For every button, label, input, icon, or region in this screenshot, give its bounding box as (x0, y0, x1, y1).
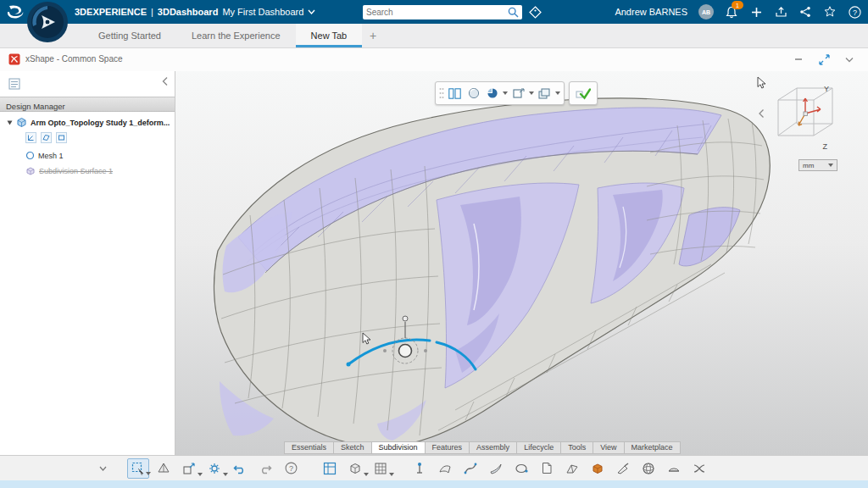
update-gear-tool[interactable] (203, 458, 225, 479)
blade-tool[interactable] (485, 458, 507, 479)
tab-learn-the-experience[interactable]: Learn the Experience (176, 24, 296, 47)
actiontab-view[interactable]: View (593, 441, 624, 454)
axis-system-icon[interactable] (25, 132, 36, 143)
actiontab-tools[interactable]: Tools (561, 441, 593, 454)
xshape-app-icon (8, 53, 20, 65)
3d-model-arm[interactable] (175, 71, 868, 455)
prism-tool[interactable] (153, 458, 175, 479)
actiontab-lifecycle[interactable]: Lifecycle (517, 441, 561, 454)
community-button[interactable] (823, 5, 837, 19)
tag-icon[interactable] (529, 6, 542, 19)
capture-layers-caret-icon[interactable] (555, 92, 560, 95)
tree-expand-caret-icon[interactable] (7, 120, 13, 125)
actiontab-subdivision[interactable]: Subdivision (372, 441, 426, 454)
disc-tool[interactable] (663, 458, 685, 479)
brand-area: 3DEXPERIENCE | 3DDashboard My First Dash… (75, 0, 315, 24)
view-cube[interactable] (768, 81, 846, 152)
axis-z-label: Z (823, 142, 828, 151)
dashboard-tab-bar: Getting Started Learn the Experience New… (0, 24, 868, 48)
3ds-logo-icon[interactable] (5, 4, 25, 19)
shaded-sphere-icon[interactable] (465, 86, 481, 102)
fold-tool[interactable] (561, 458, 583, 479)
validate-check-icon[interactable] (573, 86, 593, 102)
chevron-down-icon (845, 57, 854, 63)
toolbar-drag-handle[interactable] (439, 87, 444, 99)
dashboard-chevron-icon[interactable] (308, 9, 315, 14)
collapse-panel-icon[interactable] (161, 76, 169, 86)
capture-layers-icon[interactable] (537, 86, 553, 102)
user-name[interactable]: Andrew BARNES (615, 7, 687, 17)
expand-arrows-icon (819, 54, 830, 65)
update-gear-caret-icon[interactable] (223, 473, 228, 476)
redo-button[interactable] (254, 458, 276, 479)
tab-getting-started[interactable]: Getting Started (83, 24, 176, 47)
brand-name: 3DEXPERIENCE (75, 7, 147, 17)
frame-view-tool[interactable] (319, 458, 341, 479)
units-caret-icon (828, 164, 833, 167)
top-bar-right: Andrew BARNES AB 1 (615, 0, 861, 24)
undo-button[interactable] (229, 458, 251, 479)
user-avatar[interactable]: AB (698, 4, 714, 19)
scalpel-tool[interactable] (612, 458, 634, 479)
units-label: mm (803, 162, 814, 169)
triad-collapse-icon[interactable] (758, 108, 765, 119)
expand-chevron-icon (99, 466, 107, 471)
mesh-grid-tool[interactable] (370, 458, 392, 479)
tree-options-icon[interactable] (8, 78, 20, 90)
view-options-icon[interactable] (510, 86, 526, 102)
cube-primitive-tool[interactable] (344, 458, 366, 479)
actiontab-features[interactable]: Features (426, 441, 470, 454)
search-icon[interactable] (508, 7, 519, 18)
surface-patch-tool[interactable] (434, 458, 456, 479)
tree-root-row[interactable]: Arm Opto_Topology Study 1_deform... (7, 117, 170, 128)
plane-xy-icon[interactable] (41, 132, 52, 143)
export-shape-caret-icon[interactable] (198, 473, 203, 476)
help-button[interactable]: ? (848, 5, 861, 19)
mesh-grid-caret-icon[interactable] (389, 473, 394, 476)
render-style-caret-icon[interactable] (503, 92, 508, 95)
compass-logo-icon[interactable] (26, 1, 69, 43)
actiontab-essentials[interactable]: Essentials (284, 441, 334, 454)
view-options-caret-icon[interactable] (529, 92, 534, 95)
help-tool-button[interactable]: ? (280, 458, 302, 479)
tree-root-label[interactable]: Arm Opto_Topology Study 1_deform... (31, 119, 170, 127)
select-box-caret-icon[interactable] (146, 472, 151, 475)
share-nodes-icon (799, 6, 811, 18)
share-button[interactable] (798, 5, 812, 19)
maximize-button[interactable] (817, 53, 831, 65)
tree-subdivision-label[interactable]: Subdivision Surface 1 (39, 167, 113, 175)
add-content-button[interactable] (749, 5, 763, 19)
sheet-tool[interactable] (536, 458, 558, 479)
tree-mesh-label[interactable]: Mesh 1 (38, 152, 64, 160)
toolbar-expand-button[interactable] (95, 458, 110, 479)
3d-viewport[interactable]: Y Z mm Essentials Sketch Subdivision Fea… (175, 71, 868, 455)
tree-subdivision-row[interactable]: Subdivision Surface 1 (25, 166, 113, 176)
minimize-icon (794, 55, 803, 64)
render-style-icon[interactable] (484, 86, 500, 102)
search-input[interactable] (363, 8, 508, 17)
tree-mesh-row[interactable]: Mesh 1 (25, 151, 64, 160)
app-window-title: xShape - Common Space (25, 54, 123, 64)
spline-tool[interactable] (459, 458, 481, 479)
pin-tool[interactable] (409, 458, 431, 479)
export-button[interactable] (774, 5, 787, 19)
add-tab-button[interactable]: + (362, 24, 384, 47)
sphere-tool[interactable] (637, 458, 659, 479)
block-insert-tool[interactable] (587, 458, 609, 479)
actiontab-marketplace[interactable]: Marketplace (625, 441, 681, 454)
tab-new-tab[interactable]: New Tab (296, 24, 363, 47)
actiontab-assembly[interactable]: Assembly (470, 441, 517, 454)
loop-tool[interactable] (510, 458, 532, 479)
select-box-tool[interactable] (127, 458, 149, 479)
actiontab-sketch[interactable]: Sketch (334, 441, 372, 454)
dashboard-name[interactable]: My First Dashboard (222, 7, 303, 17)
minimize-button[interactable] (792, 53, 805, 65)
export-shape-tool[interactable] (178, 458, 200, 479)
cube-primitive-caret-icon[interactable] (364, 473, 369, 476)
plane-zx-icon[interactable] (56, 132, 67, 143)
notifications-button[interactable]: 1 (725, 5, 738, 19)
window-menu-button[interactable] (843, 53, 856, 65)
units-dropdown[interactable]: mm (798, 159, 837, 171)
twist-tool[interactable] (688, 458, 710, 479)
split-view-icon[interactable] (447, 86, 463, 102)
